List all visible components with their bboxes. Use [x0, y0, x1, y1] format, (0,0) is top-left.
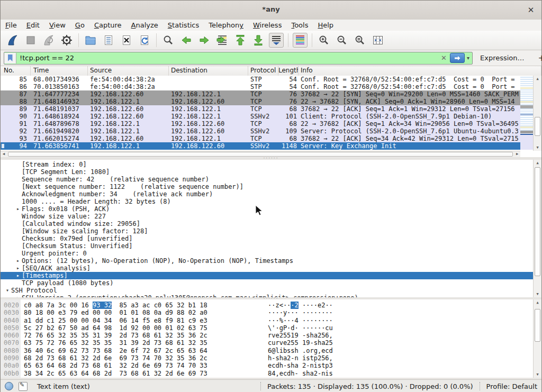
packet-list-hscrollbar[interactable] [1, 151, 520, 157]
packet-row[interactable]: 9071.648618924192.168.122.60192.168.122.… [1, 113, 520, 120]
go-to-bottom-button[interactable] [251, 33, 266, 48]
scroll-up-icon[interactable] [534, 76, 541, 82]
expert-info-icon[interactable] [5, 382, 13, 390]
detail-line[interactable]: 1000 .... = Header Length: 32 bytes (8) [1, 198, 533, 205]
hex-row[interactable]: 00b038 34 2c 65 63 64 68 2d 73 68 61 32 … [1, 370, 533, 377]
hex-row[interactable]: 006072 76 65 32 35 35 31 39 2d 73 68 61 … [1, 332, 533, 339]
detail-line[interactable]: [Window size scaling factor: 128] [1, 227, 533, 235]
scroll-up-icon[interactable] [534, 299, 541, 306]
packet-row[interactable]: 8771.647777234192.168.122.60192.168.122.… [1, 90, 520, 98]
column-header-no[interactable]: No. [1, 66, 31, 76]
resize-columns-button[interactable] [371, 33, 385, 48]
menu-view[interactable]: View [44, 20, 70, 31]
packet-row[interactable]: 9271.661949820192.168.122.1192.168.122.6… [1, 127, 520, 135]
menu-analyze[interactable]: Analyze [127, 20, 163, 31]
reload-file-button[interactable] [137, 33, 152, 48]
detail-line[interactable]: [Next sequence number: 1122 (relative se… [1, 183, 533, 190]
scroll-thumb[interactable] [535, 117, 540, 136]
detail-line[interactable]: Window size value: 227 [1, 213, 533, 220]
hex-row[interactable]: 007063 75 72 76 65 32 35 35 31 39 2d 73 … [1, 339, 533, 347]
detail-line[interactable]: [Stream index: 0] [1, 161, 533, 168]
hex-row[interactable]: 00a065 63 64 68 2d 73 68 61 32 2d 6e 69 … [1, 362, 533, 369]
expander-collapsed-icon[interactable]: ▸ [14, 272, 22, 279]
close-file-button[interactable] [119, 33, 134, 48]
detail-line[interactable]: ▸Flags: 0x018 (PSH, ACK) [1, 205, 533, 213]
display-filter-box[interactable]: ✕ ▾ [4, 52, 473, 65]
column-header-protocol[interactable]: Protocol [248, 66, 278, 76]
go-to-top-button[interactable] [233, 33, 248, 48]
detail-line[interactable]: Checksum: 0x79ed [unverified] [1, 235, 533, 242]
zoom-reset-button[interactable] [353, 33, 367, 48]
capture-comment-icon[interactable] [19, 382, 28, 391]
go-back-button[interactable] [179, 33, 194, 48]
menu-telephony[interactable]: Telephony [204, 20, 248, 31]
scroll-down-icon[interactable] [534, 371, 541, 378]
start-capture-button[interactable] [5, 33, 20, 48]
hex-row[interactable]: 0040a1 dd c1 25 00 00 04 34 06 14 f5 e8 … [1, 317, 533, 324]
detail-line[interactable]: ▾SSH Protocol [1, 287, 533, 294]
detail-line[interactable]: Urgent pointer: 0 [1, 250, 533, 257]
colorize-button[interactable] [293, 33, 308, 48]
column-header-destination[interactable]: Destination [169, 66, 248, 76]
zoom-out-button[interactable] [335, 33, 349, 48]
packet-list-vscrollbar[interactable] [533, 76, 541, 151]
menu-edit[interactable]: Edit [22, 20, 44, 31]
capture-options-button[interactable] [59, 33, 74, 48]
intelligent-scrollbar-minimap[interactable] [520, 76, 533, 151]
expander-collapsed-icon[interactable]: ▸ [14, 205, 22, 213]
packet-row[interactable]: 8670.013850163fe:54:00:d4:38:2aSTP54Conf… [1, 83, 520, 90]
detail-line[interactable]: [Checksum Status: Unverified] [1, 242, 533, 250]
menu-go[interactable]: Go [70, 20, 89, 31]
hex-row[interactable]: 008036 40 6c 69 62 73 73 68 2e 6f 72 67 … [1, 347, 533, 354]
detail-line[interactable]: [Calculated window size: 29056] [1, 220, 533, 227]
column-header-time[interactable]: Time [31, 66, 88, 76]
hex-vscrollbar[interactable] [533, 299, 541, 378]
menu-capture[interactable]: Capture [89, 20, 127, 31]
detail-line[interactable]: ▸[Timestamps] [1, 272, 533, 279]
scroll-thumb[interactable] [535, 309, 540, 342]
detail-line[interactable]: ▸Options: (12 bytes), No-Operation (NOP)… [1, 257, 533, 265]
filter-apply-button[interactable] [450, 53, 465, 63]
packet-row[interactable]: 8871.648146932192.168.122.1192.168.122.6… [1, 98, 520, 105]
expander-collapsed-icon[interactable]: ▸ [14, 265, 22, 272]
hex-row[interactable]: 0020c0 a8 7a 3c 00 16 93 32 85 a3 ac c0 … [1, 302, 533, 309]
save-file-button[interactable] [101, 33, 116, 48]
hex-row[interactable]: 00505c 27 b2 67 50 ad 64 98 1d 92 00 00 … [1, 324, 533, 332]
menu-statistics[interactable]: Statistics [163, 20, 204, 31]
hex-row[interactable]: 009068 2d 73 68 61 32 2d 6e 69 73 74 70 … [1, 354, 533, 362]
scroll-left-icon[interactable] [1, 151, 7, 157]
expression-button[interactable]: Expression… [480, 54, 525, 62]
packet-row[interactable]: 9171.648789678192.168.122.1192.168.122.6… [1, 120, 520, 127]
auto-scroll-button[interactable] [269, 33, 284, 48]
open-file-button[interactable] [83, 33, 98, 48]
scroll-thumb[interactable] [535, 167, 540, 276]
scroll-down-icon[interactable] [534, 291, 541, 297]
scroll-thumb[interactable] [8, 152, 513, 157]
menu-tools[interactable]: Tools [286, 20, 313, 31]
go-to-packet-button[interactable] [215, 33, 230, 48]
packet-row[interactable]: 8568.001734936fe:54:00:d4:38:2aSTP54Conf… [1, 76, 520, 83]
filter-clear-icon[interactable]: ✕ [439, 54, 449, 62]
hex-row[interactable]: 003080 18 00 e3 79 ed 00 00 01 01 08 0a … [1, 309, 533, 316]
detail-vscrollbar[interactable] [533, 160, 541, 297]
menu-wireless[interactable]: Wireless [248, 20, 286, 31]
close-icon[interactable]: ✕ [526, 5, 536, 15]
column-header-source[interactable]: Source [88, 66, 169, 76]
detail-line[interactable]: Sequence number: 42 (relative sequence n… [1, 176, 533, 183]
profile-label[interactable]: Profile: Default [486, 382, 537, 390]
packet-row[interactable]: 9471.663856741192.168.122.1192.168.122.6… [1, 142, 520, 150]
menu-help[interactable]: Help [313, 20, 338, 31]
column-header-length[interactable]: Length [278, 66, 299, 76]
go-forward-button[interactable] [197, 33, 212, 48]
packet-row[interactable]: 8971.648191037192.168.122.60192.168.122.… [1, 105, 520, 113]
packet-row[interactable]: 9371.662015274192.168.122.60192.168.122.… [1, 135, 520, 142]
scroll-up-icon[interactable] [534, 160, 541, 166]
detail-line[interactable]: Acknowledgment number: 34 (relative ack … [1, 190, 533, 198]
expander-collapsed-icon[interactable]: ▸ [14, 257, 22, 265]
detail-line[interactable]: [TCP Segment Len: 1080] [1, 168, 533, 176]
detail-line[interactable]: TCP payload (1080 bytes) [1, 279, 533, 287]
detail-line[interactable]: ▸[SEQ/ACK analysis] [1, 265, 533, 272]
column-header-info[interactable]: Info [299, 66, 541, 76]
zoom-in-button[interactable] [317, 33, 331, 48]
display-filter-input[interactable] [16, 54, 439, 62]
